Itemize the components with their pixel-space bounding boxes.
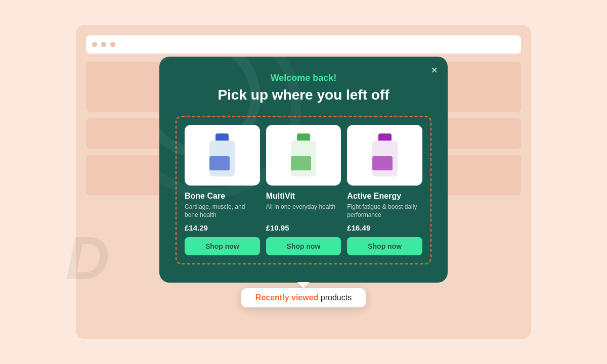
product-price-multivit: £10.95	[266, 223, 341, 232]
close-button[interactable]: ×	[431, 65, 438, 76]
product-image-bone-care	[185, 125, 260, 186]
product-desc-bone-care: Cartilage, muscle, and bone health	[185, 203, 260, 220]
shop-now-button-active-energy[interactable]: Shop now	[347, 237, 422, 255]
bottle-label-bone-care	[209, 156, 230, 170]
product-card-bone-care: Bone Care Cartilage, muscle, and bone he…	[185, 125, 260, 256]
bottle-bone-care	[208, 133, 236, 176]
bottle-body-active-energy	[372, 141, 398, 176]
modal-welcome-text: Welcome back!	[176, 73, 431, 83]
product-card-multivit: MultiVit All in one everyday health £10.…	[266, 125, 341, 256]
bottle-multivit	[290, 133, 318, 176]
browser-window: D × Welcome back! Pick up where you left…	[76, 25, 531, 339]
product-name-multivit: MultiVit	[266, 192, 341, 201]
product-price-bone-care: £14.29	[185, 223, 260, 232]
product-image-active-energy	[347, 125, 422, 186]
product-image-multivit	[266, 125, 341, 186]
product-desc-active-energy: Fight fatigue & boost daily performance	[347, 203, 422, 220]
bottle-label-multivit	[291, 156, 311, 170]
product-card-active-energy: Active Energy Fight fatigue & boost dail…	[347, 125, 422, 256]
bottle-cap-multivit	[297, 133, 310, 141]
bottle-body-bone-care	[209, 141, 235, 176]
product-price-active-energy: £16.49	[347, 223, 422, 232]
product-name-active-energy: Active Energy	[347, 192, 422, 201]
product-name-bone-care: Bone Care	[185, 192, 260, 201]
modal-tooltip: Recently viewed products	[241, 288, 366, 307]
product-desc-multivit: All in one everyday health	[266, 203, 341, 220]
shop-now-button-multivit[interactable]: Shop now	[266, 237, 341, 255]
bottle-body-multivit	[291, 141, 316, 176]
products-container: Bone Care Cartilage, muscle, and bone he…	[176, 116, 431, 265]
modal-title: Pick up where you left off	[176, 86, 431, 104]
modal-overlay: × Welcome back! Pick up where you left o…	[76, 25, 531, 339]
tooltip-highlight: Recently viewed	[255, 293, 319, 302]
tooltip-rest: products	[318, 293, 352, 302]
bottle-cap-active-energy	[378, 133, 392, 141]
bottle-label-active-energy	[372, 156, 393, 170]
modal-dialog: × Welcome back! Pick up where you left o…	[159, 57, 448, 283]
bottle-cap-bone-care	[215, 133, 229, 141]
shop-now-button-bone-care[interactable]: Shop now	[185, 237, 260, 255]
bottle-active-energy	[371, 133, 399, 176]
tooltip-arrow	[297, 282, 310, 288]
